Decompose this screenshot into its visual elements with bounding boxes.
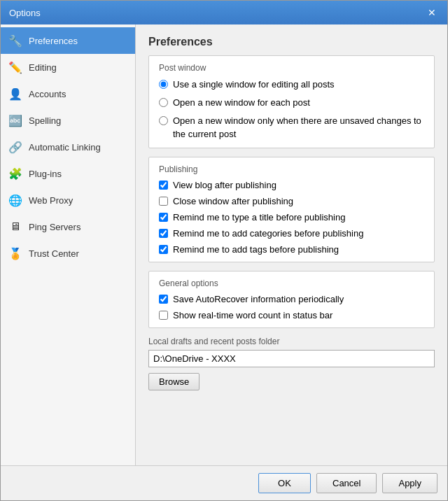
checkbox-view-blog-input[interactable]	[159, 181, 168, 190]
checkbox-view-blog-label[interactable]: View blog after publishing	[173, 180, 276, 190]
page-title: Preferences	[148, 36, 435, 48]
sidebar-item-accounts[interactable]: 👤 Accounts	[1, 80, 135, 107]
checkbox-remind-tags-label[interactable]: Remind me to add tags before publishing	[173, 244, 339, 255]
dialog-title: Options	[9, 8, 41, 18]
checkbox-remind-tags-input[interactable]	[159, 245, 168, 254]
sidebar-item-label: Accounts	[29, 89, 66, 99]
checkbox-remind-tags: Remind me to add tags before publishing	[159, 244, 424, 255]
sidebar-item-label: Automatic Linking	[29, 142, 101, 153]
post-window-label: Post window	[159, 63, 424, 73]
checkbox-close-window-label[interactable]: Close window after publishing	[173, 196, 293, 206]
sidebar-item-editing[interactable]: ✏️ Editing	[1, 54, 135, 80]
trust-center-icon: 🏅	[8, 246, 23, 261]
editing-icon: ✏️	[8, 59, 23, 75]
local-drafts-input[interactable]	[148, 350, 435, 367]
sidebar: 🔧 Preferences ✏️ Editing 👤 Accounts 🔤 Sp…	[1, 24, 136, 465]
sidebar-item-preferences[interactable]: 🔧 Preferences	[1, 27, 135, 54]
checkbox-autorecover: Save AutoRecover information periodicall…	[159, 294, 424, 304]
checkbox-remind-categories-input[interactable]	[159, 229, 168, 238]
sidebar-item-label: Plug-ins	[29, 169, 62, 179]
sidebar-item-trust-center[interactable]: 🏅 Trust Center	[1, 240, 135, 267]
checkbox-remind-categories: Remind me to add categories before publi…	[159, 228, 424, 239]
apply-button[interactable]: Apply	[382, 473, 438, 493]
radio-new-window-unsaved-input[interactable]	[159, 116, 168, 125]
ok-button[interactable]: OK	[258, 473, 311, 493]
sidebar-item-plug-ins[interactable]: 🧩 Plug-ins	[1, 160, 135, 187]
radio-new-window-each-label[interactable]: Open a new window for each post	[173, 97, 310, 109]
preferences-icon: 🔧	[8, 33, 23, 48]
checkbox-view-blog: View blog after publishing	[159, 180, 424, 190]
spelling-icon: 🔤	[8, 113, 23, 128]
close-button[interactable]: ✕	[425, 6, 439, 20]
ping-servers-icon: 🖥	[8, 219, 23, 234]
content-area: Preferences Post window Use a single win…	[136, 24, 447, 465]
checkbox-remind-title-input[interactable]	[159, 213, 168, 222]
checkbox-remind-title: Remind me to type a title before publish…	[159, 212, 424, 223]
local-drafts-section: Local drafts and recent posts folder Bro…	[148, 337, 435, 390]
checkbox-word-count-input[interactable]	[159, 311, 168, 320]
checkbox-word-count: Show real-time word count in status bar	[159, 310, 424, 320]
options-dialog: Options ✕ 🔧 Preferences ✏️ Editing 👤 Acc…	[0, 0, 448, 501]
radio-single-window-label[interactable]: Use a single window for editing all post…	[173, 78, 335, 91]
radio-single-window-input[interactable]	[159, 80, 168, 89]
dialog-body: 🔧 Preferences ✏️ Editing 👤 Accounts 🔤 Sp…	[1, 24, 447, 465]
sidebar-item-label: Web Proxy	[29, 195, 73, 206]
automatic-linking-icon: 🔗	[8, 139, 23, 155]
plug-ins-icon: 🧩	[8, 166, 23, 181]
checkbox-word-count-label[interactable]: Show real-time word count in status bar	[173, 310, 332, 320]
radio-new-window-unsaved-label[interactable]: Open a new window only when there are un…	[173, 115, 424, 140]
sidebar-item-label: Trust Center	[29, 248, 79, 259]
radio-new-window-each: Open a new window for each post	[159, 97, 424, 109]
title-bar: Options ✕	[1, 1, 447, 24]
checkbox-close-window: Close window after publishing	[159, 196, 424, 206]
checkbox-close-window-input[interactable]	[159, 197, 168, 206]
sidebar-item-label: Preferences	[29, 36, 78, 46]
checkbox-remind-title-label[interactable]: Remind me to type a title before publish…	[173, 212, 345, 223]
general-options-section: General options Save AutoRecover informa…	[148, 271, 435, 328]
accounts-icon: 👤	[8, 86, 23, 101]
publishing-section: Publishing View blog after publishing Cl…	[148, 157, 435, 262]
radio-new-window-each-input[interactable]	[159, 98, 168, 107]
sidebar-item-automatic-linking[interactable]: 🔗 Automatic Linking	[1, 134, 135, 160]
web-proxy-icon: 🌐	[8, 192, 23, 208]
general-options-label: General options	[159, 278, 424, 288]
sidebar-item-label: Spelling	[29, 115, 61, 126]
dialog-footer: OK Cancel Apply	[1, 465, 447, 500]
cancel-button[interactable]: Cancel	[316, 473, 377, 493]
sidebar-item-label: Editing	[29, 62, 57, 73]
browse-button[interactable]: Browse	[148, 373, 200, 390]
checkbox-remind-categories-label[interactable]: Remind me to add categories before publi…	[173, 228, 363, 239]
sidebar-item-ping-servers[interactable]: 🖥 Ping Servers	[1, 213, 135, 240]
radio-new-window-unsaved: Open a new window only when there are un…	[159, 115, 424, 140]
checkbox-autorecover-label[interactable]: Save AutoRecover information periodicall…	[173, 294, 344, 304]
sidebar-item-label: Ping Servers	[29, 222, 80, 232]
sidebar-item-web-proxy[interactable]: 🌐 Web Proxy	[1, 187, 135, 213]
local-drafts-label: Local drafts and recent posts folder	[148, 337, 435, 346]
post-window-section: Post window Use a single window for edit…	[148, 55, 435, 148]
publishing-label: Publishing	[159, 164, 424, 174]
checkbox-autorecover-input[interactable]	[159, 295, 168, 304]
radio-single-window: Use a single window for editing all post…	[159, 78, 424, 91]
sidebar-item-spelling[interactable]: 🔤 Spelling	[1, 107, 135, 134]
